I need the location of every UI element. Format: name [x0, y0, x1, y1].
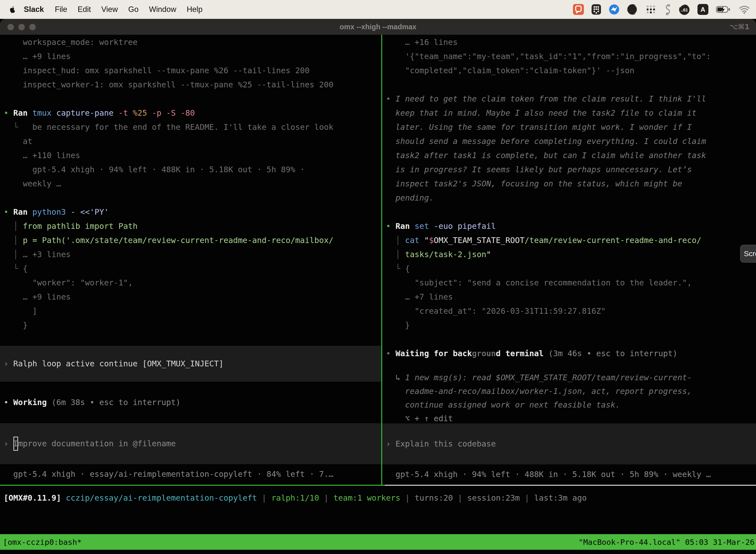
- terminal-text: "subject": "send a concise recommendatio…: [386, 278, 692, 287]
- terminal-text: -: [71, 207, 80, 217]
- terminal-text: ": [424, 235, 429, 245]
- prompt-input[interactable]: › Explain this codebase: [382, 424, 756, 464]
- terminal-text: Ralph loop active continue [OMX_TMUX_INJ…: [13, 357, 224, 371]
- terminal-text: gpt-5.4 xhigh · 94% left · 488K in · 5.1…: [386, 469, 711, 479]
- wifi-icon[interactable]: [739, 5, 750, 14]
- terminal-text: -t: [118, 108, 133, 118]
- terminal-text: Ran: [13, 108, 33, 118]
- battery-gauge-icon[interactable]: ..61: [679, 4, 690, 15]
- terminal-text: -p: [152, 108, 166, 118]
- terminal-text: {: [23, 264, 27, 273]
- terminal-text: continue assigned work or next feasible …: [386, 400, 620, 409]
- terminal-line: }: [0, 318, 381, 332]
- terminal-text: inspect_worker-1: omx sparkshell --tmux-…: [4, 80, 333, 89]
- omx-status-line: [OMX#0.11.9] cczip/essay/ai-reimplementa…: [0, 491, 756, 505]
- tmux-session-label: [omx-cczip0:bash*: [3, 538, 82, 547]
- menu-item-app[interactable]: Slack: [18, 5, 50, 14]
- menu-item-view[interactable]: View: [96, 5, 123, 14]
- terminal-line: │ from pathlib import Path: [0, 219, 381, 233]
- terminal-text: keep that in mind. Maybe I also need the…: [386, 108, 696, 118]
- terminal-line: │ p = Path('.omx/state/team/review-curre…: [0, 233, 381, 247]
- terminal-text: ›: [4, 357, 13, 371]
- terminal-line: … +7 lines: [382, 290, 756, 304]
- screen-sharing-icon[interactable]: [573, 4, 584, 15]
- terminal-text: Waiting for back: [396, 349, 472, 358]
- screen-overlay-badge: Scre: [740, 245, 756, 263]
- tmux-pane-hud[interactable]: workspace_mode: worktree … +9 lines insp…: [0, 35, 381, 485]
- terminal-text: -S: [166, 108, 181, 118]
- terminal-text: $: [429, 235, 434, 245]
- terminal-line: • Ran set -euo pipefail: [382, 219, 756, 233]
- terminal-line: … +9 lines: [0, 290, 381, 304]
- blank-line: [0, 464, 381, 467]
- terminal-text: /team/review-current-readme-and-reco/: [524, 235, 701, 245]
- terminal-line: │ … +3 lines: [0, 247, 381, 262]
- terminal-line: ]: [0, 304, 381, 318]
- terminal-line: • Ran python3 - <<'PY': [0, 205, 381, 219]
- terminal-line: … +110 lines: [0, 149, 381, 163]
- terminal-text: {: [405, 264, 410, 273]
- terminal-text: ⌥ + ↑ edit: [386, 414, 453, 423]
- terminal-text: cczip/essay/ai-reimplementation-copyleft: [66, 493, 257, 503]
- terminal-line: gpt-5.4 xhigh · 94% left · 488K in · 5.1…: [0, 163, 381, 177]
- terminal-line: should send a message before completing …: [382, 134, 756, 149]
- terminal-text: I need to get the claim token from the c…: [396, 94, 706, 104]
- blank-line: [0, 332, 381, 346]
- squiggle-icon[interactable]: [664, 3, 671, 15]
- messenger-icon[interactable]: [609, 4, 620, 15]
- disk-pie-icon[interactable]: [627, 4, 638, 15]
- tmux-status-bar: [omx-cczip0:bash* "MacBook-Pro-44.local"…: [0, 534, 756, 550]
- blank-line: [382, 332, 756, 346]
- terminal-text: gpt-5.4 xhigh · essay/ai-reimplementatio…: [4, 469, 333, 479]
- battery-charging-icon[interactable]: [716, 5, 731, 13]
- menu-bar: SlackFileEditViewGoWindowHelp: [0, 0, 756, 19]
- status-icons: ..61 A: [573, 0, 750, 19]
- terminal-text: d terminal: [496, 349, 548, 358]
- apple-menu-icon[interactable]: [9, 5, 16, 13]
- terminal-text: │: [4, 235, 23, 245]
- menu-item-go[interactable]: Go: [123, 5, 144, 14]
- svg-text:..61: ..61: [681, 8, 688, 12]
- terminal-text: mprove documentation in @filename: [18, 437, 176, 451]
- terminal-text: be necessary for the end of the README. …: [33, 122, 334, 132]
- terminal-line: inspect_hud: omx sparkshell --tmux-pane …: [0, 63, 381, 78]
- menu-item-help[interactable]: Help: [182, 5, 208, 14]
- terminal-text: │: [4, 250, 23, 259]
- injected-message-band: › Ralph loop active continue [OMX_TMUX_I…: [0, 346, 381, 382]
- input-source-icon[interactable]: A: [697, 4, 708, 15]
- menu-item-edit[interactable]: Edit: [72, 5, 96, 14]
- prompt-input[interactable]: › Improve documentation in @filename: [0, 423, 381, 464]
- pane-border-active[interactable]: [0, 485, 385, 486]
- terminal-text: "worker": "worker-1",: [4, 278, 133, 287]
- dot-grid-icon[interactable]: [645, 4, 656, 15]
- terminal-text: readme-and-reco/mailbox/worker-1.json, a…: [386, 386, 692, 396]
- terminal-text: [OMX#0.11.9]: [4, 493, 66, 503]
- terminal-text: }: [4, 321, 27, 330]
- terminal-line: … +9 lines: [0, 49, 381, 63]
- terminal-text: is in progress? It seems likely but perh…: [386, 165, 692, 174]
- terminal-line: '{"team_name":"my-team","task_id":"1","f…: [382, 49, 756, 63]
- window-title: omx --xhigh --madmax: [0, 19, 756, 35]
- terminal-line: • Working (6m 38s • esc to interrupt): [0, 395, 381, 409]
- terminal-text: •: [4, 398, 13, 407]
- blank-line: [382, 78, 756, 92]
- pane-border-inactive[interactable]: [385, 485, 756, 486]
- terminal-text: I: [13, 437, 18, 451]
- terminal-text: Explain this codebase: [396, 437, 496, 451]
- terminal-text: inspect_hud: omx sparkshell --tmux-pane …: [4, 66, 310, 75]
- menu-item-file[interactable]: File: [50, 5, 72, 14]
- menu-item-window[interactable]: Window: [144, 5, 181, 14]
- terminal-text: -euo pipefail: [434, 221, 496, 231]
- keypad-icon[interactable]: [591, 4, 601, 15]
- title-bar[interactable]: omx --xhigh --madmax ⌥⌘1: [0, 19, 756, 35]
- tmux-pane-worker[interactable]: … +16 lines '{"team_name":"my-team","tas…: [382, 35, 756, 485]
- terminal-text: from pathlib import Path: [23, 221, 137, 231]
- terminal-line: readme-and-reco/mailbox/worker-1.json, a…: [382, 384, 756, 398]
- terminal-text: ›: [386, 437, 396, 451]
- terminal-line: inspect_worker-1: omx sparkshell --tmux-…: [0, 78, 381, 92]
- terminal-text: |: [257, 493, 271, 503]
- blank-line: [0, 92, 381, 106]
- terminal-text: ]: [4, 306, 37, 316]
- terminal-text: inspect task2's JSON, focusing on the st…: [386, 179, 682, 188]
- terminal-text: at: [4, 136, 33, 146]
